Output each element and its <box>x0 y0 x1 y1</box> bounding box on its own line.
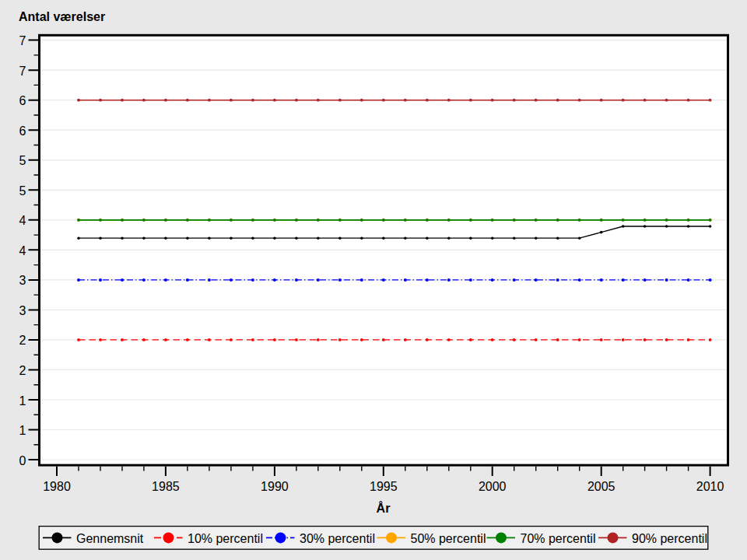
svg-text:5: 5 <box>19 154 26 167</box>
svg-text:5: 5 <box>19 184 26 198</box>
svg-text:2005: 2005 <box>587 480 615 493</box>
svg-text:70% percentil: 70% percentil <box>521 532 596 545</box>
svg-text:2: 2 <box>19 364 26 377</box>
svg-text:År: År <box>377 501 391 515</box>
svg-text:1985: 1985 <box>152 480 180 493</box>
svg-text:4: 4 <box>19 214 26 227</box>
svg-text:2: 2 <box>19 334 26 347</box>
svg-text:1: 1 <box>19 394 26 408</box>
svg-text:0: 0 <box>19 454 26 467</box>
svg-text:90% percentil: 90% percentil <box>632 532 707 545</box>
svg-text:3: 3 <box>19 304 26 317</box>
svg-text:2010: 2010 <box>696 480 724 493</box>
svg-text:1980: 1980 <box>43 480 71 493</box>
svg-text:Gennemsnit: Gennemsnit <box>76 532 144 545</box>
svg-text:7: 7 <box>19 34 26 47</box>
svg-text:1: 1 <box>19 424 26 437</box>
svg-text:6: 6 <box>19 124 26 138</box>
svg-text:7: 7 <box>19 65 26 78</box>
svg-text:4: 4 <box>19 244 26 257</box>
svg-text:6: 6 <box>19 94 26 107</box>
svg-text:3: 3 <box>19 274 26 287</box>
svg-text:1995: 1995 <box>370 480 398 493</box>
svg-text:1990: 1990 <box>261 480 289 493</box>
svg-text:2000: 2000 <box>479 480 507 493</box>
svg-text:30% percentil: 30% percentil <box>300 532 375 545</box>
svg-text:50% percentil: 50% percentil <box>411 532 486 545</box>
svg-text:10% percentil: 10% percentil <box>188 532 263 545</box>
svg-text:Antal værelser: Antal værelser <box>19 10 105 23</box>
